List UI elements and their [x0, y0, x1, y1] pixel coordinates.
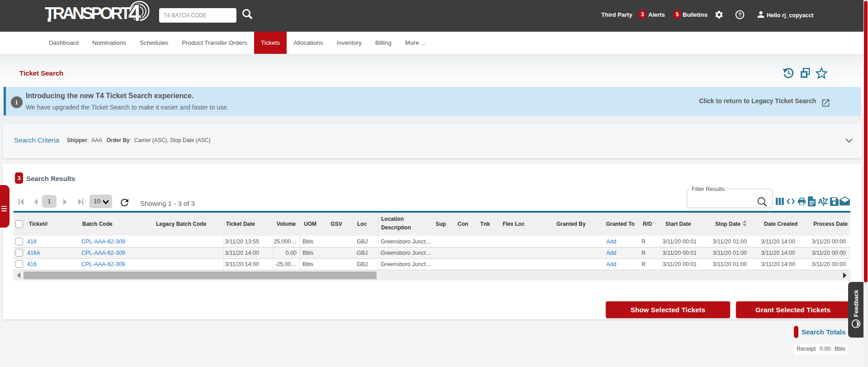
svg-text:?: ?: [738, 12, 741, 18]
svg-text:A: A: [818, 198, 823, 205]
svg-text:Z: Z: [824, 198, 828, 205]
svg-text:TRANSPORT: TRANSPORT: [45, 4, 131, 23]
svg-text:4: 4: [128, 0, 141, 26]
